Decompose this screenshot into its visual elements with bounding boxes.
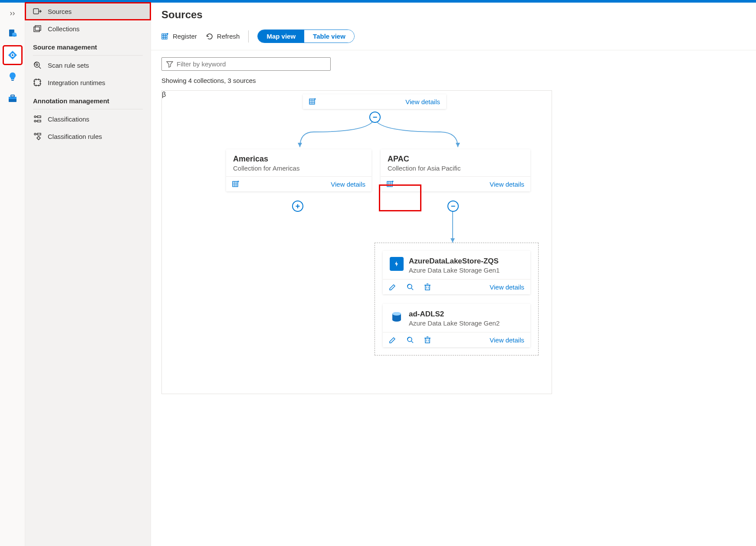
adls-gen2-icon: [390, 310, 404, 324]
expand-rail-button[interactable]: ››: [7, 6, 18, 20]
nav-label: Sources: [48, 8, 72, 15]
svg-marker-46: [456, 143, 460, 147]
svg-rect-12: [33, 9, 39, 14]
showing-text: Showing 4 collections, 3 sources: [161, 77, 746, 84]
apac-sources-group: AzureDataLakeStore-ZQS Azure Data Lake S…: [375, 243, 539, 355]
node-subtitle: Collection for Americas: [233, 164, 365, 172]
svg-rect-84: [425, 338, 430, 343]
filter-input[interactable]: [177, 60, 326, 68]
scan-icon[interactable]: [406, 283, 414, 291]
source-node-adls1[interactable]: AzureDataLakeStore-ZQS Azure Data Lake S…: [383, 251, 530, 294]
section-header-source-mgmt: Source management: [25, 37, 151, 54]
table-view-button[interactable]: Table view: [304, 30, 354, 43]
grid-icon[interactable]: [232, 180, 240, 188]
sources-icon: [33, 7, 42, 16]
view-toggle: Map view Table view: [257, 30, 354, 43]
delete-icon[interactable]: [424, 336, 431, 344]
source-title: AzureDataLakeStore-ZQS: [409, 257, 500, 266]
root-collection-node[interactable]: View details: [303, 94, 446, 109]
main-content: Sources Register Refresh Map view Table …: [151, 3, 756, 546]
svg-point-16: [36, 64, 38, 66]
collapse-root-button[interactable]: −: [369, 112, 381, 123]
nav-item-scan-rule-sets[interactable]: Scan rule sets: [25, 56, 151, 74]
nav-item-integration-runtimes[interactable]: Integration runtimes: [25, 74, 151, 91]
rail-item-catalog[interactable]: [4, 25, 21, 42]
toolbox-icon: [7, 93, 18, 104]
map-canvas[interactable]: β View details − Americas Collection fo: [161, 90, 552, 394]
scan-icon[interactable]: [406, 336, 414, 344]
rail-item-insights[interactable]: [4, 68, 21, 86]
svg-point-80: [392, 318, 401, 322]
map-view-button[interactable]: Map view: [258, 30, 304, 43]
svg-rect-18: [34, 79, 40, 86]
view-details-link[interactable]: View details: [490, 283, 524, 291]
toolbar: Register Refresh Map view Table view: [151, 26, 756, 50]
svg-rect-49: [309, 99, 315, 104]
divider: [33, 109, 143, 109]
filter-icon: [166, 61, 173, 68]
americas-node[interactable]: Americas Collection for Americas View de…: [226, 149, 371, 191]
nav-item-classifications[interactable]: Classifications: [25, 110, 151, 128]
classification-rules-icon: [33, 132, 42, 141]
view-details-link[interactable]: View details: [331, 181, 365, 188]
svg-rect-34: [37, 133, 41, 135]
filter-input-wrapper[interactable]: [161, 57, 331, 71]
register-button[interactable]: Register: [161, 33, 197, 40]
edit-icon[interactable]: [389, 283, 397, 291]
svg-rect-8: [11, 80, 14, 81]
refresh-button[interactable]: Refresh: [206, 33, 240, 40]
refresh-icon: [206, 33, 214, 40]
svg-point-4: [12, 33, 16, 35]
grid-icon[interactable]: [309, 98, 317, 105]
svg-line-83: [411, 341, 413, 343]
rail-item-sources[interactable]: [4, 46, 21, 64]
svg-point-33: [34, 133, 36, 135]
nav-label: Integration runtimes: [48, 79, 105, 86]
nav-label: Classifications: [48, 115, 89, 123]
source-node-adls2[interactable]: ad-ADLS2 Azure Data Lake Storage Gen2 Vi…: [383, 304, 530, 347]
register-label: Register: [173, 33, 197, 40]
section-header-annotation: Annotation management: [25, 91, 151, 108]
page-title: Sources: [161, 9, 746, 21]
sources-nav-icon: [7, 50, 18, 60]
svg-point-28: [34, 120, 36, 122]
nav-item-classification-rules[interactable]: Classification rules: [25, 128, 151, 145]
svg-line-17: [39, 67, 41, 69]
svg-marker-48: [450, 238, 455, 243]
expand-americas-button[interactable]: +: [292, 201, 303, 212]
node-title: APAC: [388, 155, 523, 164]
nav-item-sources[interactable]: Sources: [25, 3, 151, 20]
collapse-apac-button[interactable]: −: [447, 201, 459, 212]
view-details-link[interactable]: View details: [490, 181, 524, 188]
side-panel: Sources Collections Source management Sc…: [25, 3, 151, 546]
svg-rect-73: [425, 285, 430, 290]
collections-icon: [33, 24, 42, 33]
toolbar-separator: [248, 30, 249, 43]
database-icon: [7, 28, 18, 39]
nav-label: Scan rule sets: [48, 62, 89, 69]
lightbulb-icon: [7, 72, 18, 82]
view-details-link[interactable]: View details: [405, 98, 440, 105]
svg-point-27: [34, 116, 36, 118]
svg-point-36: [37, 137, 40, 139]
refresh-label: Refresh: [217, 33, 240, 40]
delete-icon[interactable]: [424, 283, 431, 291]
svg-point-7: [12, 54, 13, 56]
integration-icon: [33, 78, 42, 87]
register-icon: [161, 33, 169, 40]
svg-marker-45: [298, 143, 302, 147]
svg-rect-13: [34, 27, 39, 32]
source-subtitle: Azure Data Lake Storage Gen1: [409, 266, 500, 274]
left-icon-rail: ››: [0, 3, 25, 546]
svg-point-81: [392, 312, 401, 316]
edit-icon[interactable]: [389, 336, 397, 344]
scan-icon: [33, 61, 42, 69]
node-subtitle: Collection for Asia Pacific: [388, 164, 523, 172]
svg-rect-30: [37, 120, 41, 122]
svg-rect-56: [233, 181, 238, 187]
divider: [33, 55, 143, 56]
nav-item-collections[interactable]: Collections: [25, 20, 151, 37]
view-details-link[interactable]: View details: [490, 336, 524, 344]
adls-gen1-icon: [390, 257, 404, 271]
rail-item-management[interactable]: [4, 90, 21, 107]
